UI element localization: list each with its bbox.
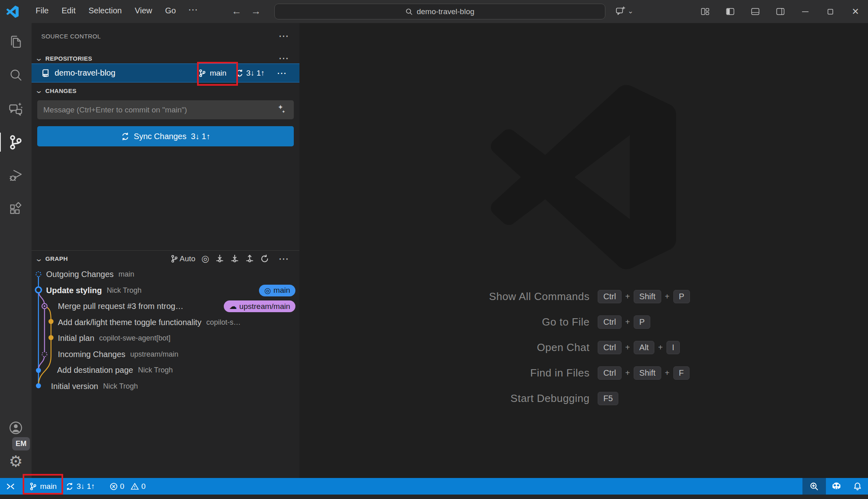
git-branch-icon <box>170 255 178 263</box>
graph-row-merge-pr[interactable]: Merge pull request #3 from ntrog… ☁ upst… <box>32 298 299 315</box>
commit-message: Add dark/light theme toggle functionalit… <box>58 318 202 327</box>
commit-message: Update styling <box>46 286 102 295</box>
shortcut-go-to-file: Go to File Ctrl+P <box>299 309 868 335</box>
annotation-box-status-branch <box>23 474 63 495</box>
graph-row-initial-version[interactable]: Initial version Nick Trogh <box>32 378 299 395</box>
repo-icon <box>41 69 50 77</box>
refresh-icon[interactable] <box>260 254 269 263</box>
fetch-icon[interactable] <box>215 254 224 263</box>
activity-bar: ⚙ <box>0 23 32 478</box>
push-icon[interactable] <box>245 254 254 263</box>
menu-selection[interactable]: Selection <box>82 3 128 20</box>
shortcut-open-chat: Open Chat Ctrl+Alt+I <box>299 335 868 360</box>
graph-row-destination-page[interactable]: Add destination page Nick Trogh <box>32 362 299 378</box>
branch-badge-main[interactable]: ◎ main <box>259 285 295 296</box>
graph-row-theme-toggle[interactable]: Add dark/light theme toggle functionalit… <box>32 315 299 331</box>
search-sidebar-icon[interactable] <box>0 58 32 92</box>
graph-row-update-styling[interactable]: Update styling Nick Trogh ◎ main <box>32 283 299 299</box>
shortcut-label: Go to File <box>299 316 590 328</box>
shortcut-label: Show All Commands <box>299 290 590 303</box>
sync-changes-button[interactable]: Sync Changes 3↓ 1↑ <box>37 126 294 146</box>
shortcut-label: Open Chat <box>299 341 590 354</box>
commit-graph-list: Outgoing Changes main Update styling Nic… <box>32 266 299 394</box>
commit-meta: main <box>119 270 134 279</box>
zoom-in-icon <box>810 482 819 491</box>
customize-layout-icon[interactable] <box>692 0 717 23</box>
key: Ctrl <box>598 366 622 380</box>
graph-section-header[interactable]: ⌄ GRAPH Auto ◎ ⋯ <box>32 250 299 266</box>
chevron-down-icon: ⌄ <box>34 54 43 63</box>
key: I <box>666 341 680 354</box>
minimize-button[interactable] <box>793 0 818 23</box>
graph-row-initial-plan[interactable]: Initial plan copilot-swe-agent[bot] <box>32 330 299 347</box>
sidebar-header: SOURCE CONTROL ⋯ <box>41 29 292 43</box>
statusbar-sync-button[interactable]: 3↓ 1↑ <box>64 478 96 495</box>
repository-name: demo-travel-blog <box>55 68 115 78</box>
key: P <box>634 315 650 329</box>
commit-author: copilot-swe-agent[bot] <box>99 334 170 343</box>
commit-message-input[interactable] <box>37 100 294 119</box>
nav-back-icon[interactable]: ← <box>231 5 242 17</box>
menu-edit[interactable]: Edit <box>55 3 82 20</box>
vscode-watermark-logo <box>488 85 679 270</box>
bell-icon <box>853 482 862 491</box>
shortcut-label: Find in Files <box>299 367 590 379</box>
repositories-label: REPOSITORIES <box>45 55 92 62</box>
repository-row[interactable]: demo-travel-blog main 3↓ 1↑ ⋯ <box>32 63 299 82</box>
notifications-bell[interactable] <box>847 478 868 495</box>
menu-view[interactable]: View <box>128 3 159 20</box>
maximize-button[interactable] <box>818 0 843 23</box>
menu-go[interactable]: Go <box>159 3 183 20</box>
graph-row-outgoing[interactable]: Outgoing Changes main <box>32 266 299 283</box>
repositories-section-header[interactable]: ⌄ REPOSITORIES ⋯ <box>36 52 292 65</box>
key: F5 <box>598 392 618 405</box>
menu-file[interactable]: File <box>29 3 55 20</box>
remote-indicator[interactable] <box>4 478 17 495</box>
copilot-status-button[interactable] <box>826 478 847 495</box>
chat-icon <box>615 6 626 16</box>
key: Ctrl <box>598 290 622 303</box>
statusbar-right <box>802 478 868 495</box>
generate-commit-message-icon[interactable]: ✦✦ <box>278 104 285 114</box>
error-count: 0 <box>120 482 125 491</box>
graph-auto-button[interactable]: Auto <box>170 254 195 263</box>
chat-sidebar-icon[interactable] <box>0 92 32 125</box>
close-button[interactable]: ✕ <box>843 0 868 23</box>
warning-icon <box>131 482 139 491</box>
commit-message: Initial plan <box>58 334 94 343</box>
menu-more-icon[interactable]: ⋯ <box>183 3 204 20</box>
problems-indicator[interactable]: 0 0 <box>108 478 147 495</box>
shortcut-find-in-files: Find in Files Ctrl+Shift+F <box>299 360 868 386</box>
search-icon <box>405 8 413 15</box>
run-debug-icon[interactable] <box>0 159 32 192</box>
branch-badge-upstream[interactable]: ☁ upstream/main <box>224 300 295 312</box>
sync-button-counts: 3↓ 1↑ <box>191 132 210 141</box>
graph-row-incoming[interactable]: Incoming Changes upstream/main <box>32 347 299 363</box>
toggle-primary-sidebar-icon[interactable] <box>717 0 743 23</box>
commit-message: Outgoing Changes <box>46 270 114 279</box>
toggle-panel-icon[interactable] <box>743 0 768 23</box>
sync-status-button[interactable]: 3↓ 1↑ <box>236 69 265 78</box>
title-bar: File Edit Selection View Go ⋯ ← → demo-t… <box>0 0 868 23</box>
commit-message: Initial version <box>51 382 98 391</box>
statusbar-sync-counts: 3↓ 1↑ <box>76 482 95 491</box>
menu-bar: File Edit Selection View Go ⋯ <box>29 3 204 20</box>
toggle-secondary-sidebar-icon[interactable] <box>768 0 793 23</box>
commit-message: Merge pull request #3 from ntrog… <box>58 302 183 311</box>
graph-target-icon[interactable]: ◎ <box>202 254 209 263</box>
pull-icon[interactable] <box>230 254 239 263</box>
key: Ctrl <box>598 341 622 354</box>
zoom-indicator[interactable] <box>802 478 826 495</box>
source-control-icon[interactable] <box>0 125 32 159</box>
nav-forward-icon[interactable]: → <box>251 5 261 17</box>
cloud-icon: ☁ <box>229 302 237 310</box>
extensions-icon[interactable] <box>0 192 32 226</box>
command-center-search[interactable]: demo-travel-blog <box>274 4 605 19</box>
watermark-shortcuts: Show All Commands Ctrl+Shift+P Go to Fil… <box>299 284 868 411</box>
annotation-box-repo-branch <box>197 62 238 86</box>
key: Alt <box>634 341 654 354</box>
error-icon <box>110 482 118 491</box>
copilot-chat-button[interactable]: ⌄ <box>615 6 633 16</box>
changes-section-header[interactable]: ⌄ CHANGES <box>36 84 292 97</box>
explorer-icon[interactable] <box>0 25 32 58</box>
